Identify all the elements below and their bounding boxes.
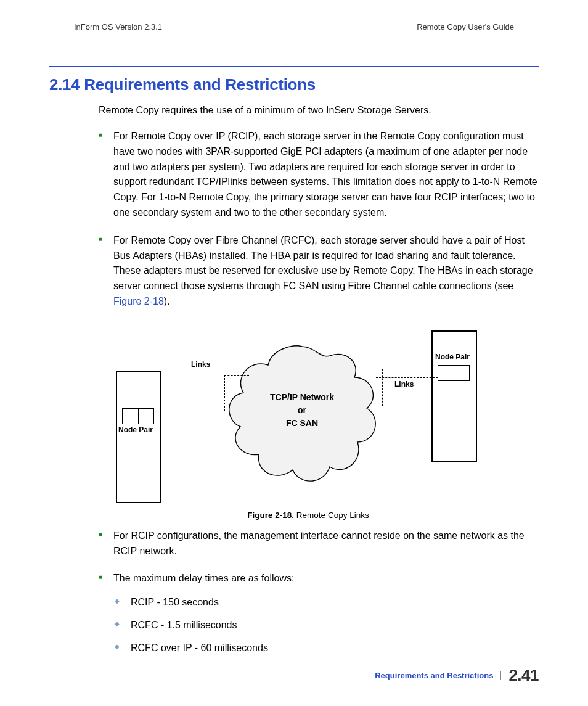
right-links-label: Links	[394, 380, 414, 388]
right-node-pair-label: Node Pair	[435, 353, 470, 361]
cloud-line3: FC SAN	[228, 417, 376, 430]
section-rule	[49, 66, 539, 67]
left-storage-server	[116, 371, 161, 503]
document-page: InForm OS Version 2.3.1 Remote Copy User…	[0, 0, 588, 706]
cloud-line1: TCP/IP Network	[228, 391, 376, 404]
delay-rcfc: RCFC - 1.5 milliseconds	[113, 618, 539, 633]
dash-left-top	[224, 375, 249, 376]
delay-rcfc-over-ip: RCFC over IP - 60 milliseconds	[113, 641, 539, 656]
page-footer: Requirements and Restrictions 2.41	[375, 666, 539, 685]
page-header: InForm OS Version 2.3.1 Remote Copy User…	[49, 22, 539, 35]
bullet-delay-text: The maximum delay times are as follows:	[113, 573, 294, 583]
left-node-pair-label: Node Pair	[118, 425, 153, 434]
bullet-delay: The maximum delay times are as follows: …	[99, 571, 539, 655]
section-intro: Remote Copy requires the use of a minimu…	[99, 103, 539, 118]
left-node-pair	[122, 408, 154, 424]
footer-page-number: 2.41	[501, 666, 539, 685]
dash-left-2	[154, 421, 240, 421]
figure-link[interactable]: Figure 2-18	[113, 296, 164, 306]
figure-caption: Figure 2-18. Remote Copy Links	[111, 511, 505, 520]
section-title: 2.14 Requirements and Restrictions	[49, 75, 539, 94]
dash-right-vert	[382, 369, 383, 406]
bullet-rcip-mgmt: For RCIP configurations, the management …	[99, 528, 539, 559]
bullet-list-top: For Remote Copy over IP (RCIP), each sto…	[99, 129, 539, 310]
cloud-line2: or	[228, 404, 376, 417]
footer-section-label: Requirements and Restrictions	[375, 671, 501, 680]
bullet-rcfc-text-pre: For Remote Copy over Fibre Channel (RCFC…	[113, 235, 533, 291]
header-left: InForm OS Version 2.3.1	[74, 22, 162, 31]
cloud-label: TCP/IP Network or FC SAN	[228, 391, 376, 430]
figure-caption-bold: Figure 2-18.	[247, 511, 294, 520]
figure-2-18: TCP/IP Network or FC SAN Node Pair Node …	[111, 322, 505, 520]
bullet-rcip: For Remote Copy over IP (RCIP), each sto…	[99, 129, 539, 221]
delay-sublist: RCIP - 150 seconds RCFC - 1.5 millisecon…	[113, 595, 539, 655]
figure-canvas: TCP/IP Network or FC SAN Node Pair Node …	[111, 322, 505, 507]
header-right: Remote Copy User's Guide	[417, 22, 514, 31]
dash-left-1	[154, 411, 225, 411]
bullet-rcfc: For Remote Copy over Fibre Channel (RCFC…	[99, 233, 539, 310]
figure-caption-rest: Remote Copy Links	[294, 511, 369, 520]
bullet-rcfc-text-post: ).	[164, 296, 170, 306]
dash-right-bot	[364, 406, 382, 406]
dash-right-1	[382, 369, 438, 369]
dash-left-vert	[224, 375, 225, 411]
left-links-label: Links	[191, 360, 210, 369]
delay-rcip: RCIP - 150 seconds	[113, 595, 539, 610]
right-node-pair	[438, 365, 470, 381]
bullet-list-bottom: For RCIP configurations, the management …	[99, 528, 539, 656]
dash-right-2	[376, 377, 438, 378]
right-storage-server	[431, 330, 477, 462]
